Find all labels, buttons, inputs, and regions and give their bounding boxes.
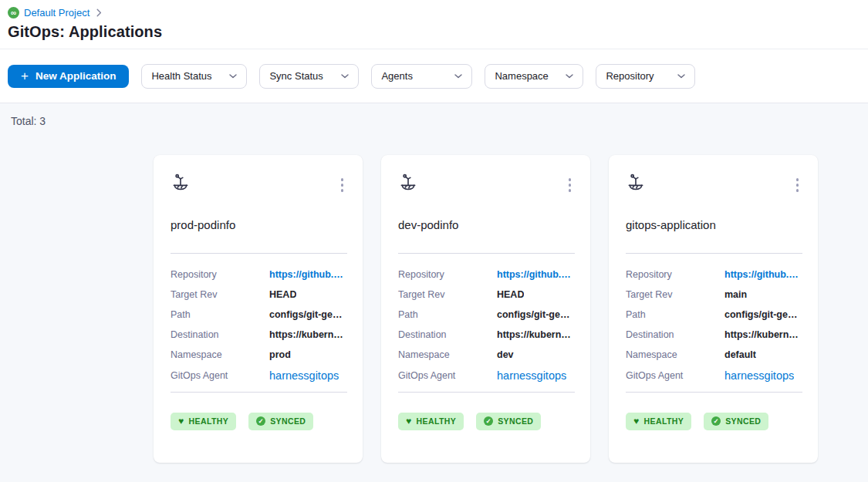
field-label: Target Rev: [171, 289, 269, 300]
field-label: Namespace: [626, 349, 724, 360]
field-label: Destination: [398, 329, 497, 340]
divider: [626, 392, 802, 393]
field-row-path: Path configs/git-generato...: [398, 305, 575, 325]
field-row-gitops-agent: GitOps Agent harnessgitops: [398, 365, 575, 386]
field-label: Namespace: [171, 349, 269, 360]
field-row-namespace: Namespace dev: [398, 345, 575, 365]
filter-agents[interactable]: Agents: [371, 64, 472, 89]
gitops-app-icon: [626, 172, 646, 192]
new-application-button[interactable]: + New Application: [8, 65, 129, 88]
filter-sync-status[interactable]: Sync Status: [259, 64, 359, 89]
check-circle-icon: ✓: [484, 416, 493, 426]
field-label: GitOps Agent: [626, 370, 724, 381]
field-row-repository: Repository https://github.com/d...: [626, 265, 802, 285]
filter-agents-label: Agents: [381, 70, 412, 82]
sync-badge: ✓ SYNCED: [704, 413, 768, 430]
chevron-down-icon: [229, 74, 237, 79]
field-value: HEAD: [497, 289, 524, 300]
application-card-gitops-application[interactable]: gitops-application Repository https://gi…: [609, 155, 818, 463]
gitops-agent-link[interactable]: harnessgitops: [497, 369, 566, 382]
repository-link[interactable]: https://github.com/d...: [497, 269, 575, 280]
project-icon: ∞: [8, 7, 19, 19]
field-row-repository: Repository https://github.com/d...: [398, 265, 575, 285]
field-row-target-rev: Target Rev HEAD: [398, 285, 575, 305]
field-row-gitops-agent: GitOps Agent harnessgitops: [626, 365, 802, 386]
page-title: GitOps: Applications: [8, 23, 856, 41]
filter-sync-status-label: Sync Status: [269, 70, 323, 82]
field-value: configs/git-generato...: [724, 309, 802, 320]
field-label: Target Rev: [398, 289, 497, 300]
health-badge-label: HEALTHY: [417, 416, 457, 426]
divider: [626, 253, 802, 254]
field-label: Destination: [626, 329, 724, 340]
heart-icon: ♥: [406, 416, 412, 426]
field-label: Path: [398, 309, 497, 320]
chevron-down-icon: [454, 74, 462, 79]
field-label: GitOps Agent: [398, 370, 497, 381]
check-circle-icon: ✓: [711, 416, 721, 426]
field-value: HEAD: [269, 289, 296, 300]
breadcrumb-project-link[interactable]: Default Project: [24, 7, 90, 19]
field-value: default: [724, 349, 756, 360]
gitops-app-icon: [398, 172, 418, 192]
app-name: dev-podinfo: [398, 218, 575, 231]
gitops-agent-link[interactable]: harnessgitops: [269, 369, 339, 382]
chevron-down-icon: [566, 74, 573, 79]
field-row-namespace: Namespace prod: [171, 345, 347, 365]
health-badge: ♥ HEALTHY: [171, 413, 236, 430]
health-badge-label: HEALTHY: [644, 416, 684, 426]
check-circle-icon: ✓: [256, 416, 265, 426]
plus-icon: +: [21, 69, 29, 83]
field-label: Path: [626, 309, 724, 320]
field-row-destination: Destination https://kubernetes.d...: [626, 325, 802, 345]
filter-repository[interactable]: Repository: [596, 64, 695, 89]
heart-icon: ♥: [178, 416, 184, 426]
kebab-menu-button[interactable]: [337, 174, 348, 196]
field-value: configs/git-generato...: [497, 309, 575, 320]
field-row-destination: Destination https://kubernetes.d...: [171, 325, 347, 345]
gitops-agent-link[interactable]: harnessgitops: [724, 369, 794, 382]
field-label: Repository: [398, 269, 497, 280]
gitops-app-icon: [171, 172, 191, 192]
field-label: Repository: [626, 269, 724, 280]
page-header: ∞ Default Project GitOps: Applications: [0, 0, 868, 49]
field-value: https://kubernetes.d...: [269, 329, 347, 340]
field-label: Repository: [171, 269, 269, 280]
field-row-gitops-agent: GitOps Agent harnessgitops: [171, 365, 347, 386]
field-row-target-rev: Target Rev HEAD: [171, 285, 347, 305]
health-badge-label: HEALTHY: [189, 416, 229, 426]
application-card-prod-podinfo[interactable]: prod-podinfo Repository https://github.c…: [154, 155, 363, 463]
health-badge: ♥ HEALTHY: [398, 413, 464, 430]
sync-badge: ✓ SYNCED: [248, 413, 313, 430]
sync-badge: ✓ SYNCED: [476, 413, 541, 430]
filter-health-status[interactable]: Health Status: [141, 64, 247, 89]
kebab-menu-button[interactable]: [792, 174, 803, 196]
kebab-menu-button[interactable]: [565, 174, 576, 196]
app-name: gitops-application: [626, 218, 802, 231]
field-label: Destination: [171, 329, 269, 340]
field-value: https://kubernetes.d...: [497, 329, 575, 340]
field-label: GitOps Agent: [171, 370, 269, 381]
breadcrumb: ∞ Default Project: [8, 7, 856, 19]
toolbar: + New Application Health Status Sync Sta…: [0, 49, 868, 103]
breadcrumb-chevron-icon: [96, 8, 102, 17]
field-row-path: Path configs/git-generato...: [626, 305, 802, 325]
field-value: main: [724, 289, 747, 300]
new-application-label: New Application: [35, 70, 117, 82]
field-label: Target Rev: [626, 289, 724, 300]
filter-namespace[interactable]: Namespace: [485, 64, 583, 89]
field-value: dev: [497, 349, 514, 360]
total-count: Total: 3: [11, 115, 868, 127]
application-card-dev-podinfo[interactable]: dev-podinfo Repository https://github.co…: [381, 155, 590, 463]
field-value: https://kubernetes.d...: [724, 329, 802, 340]
applications-grid: prod-podinfo Repository https://github.c…: [0, 155, 868, 463]
heart-icon: ♥: [633, 416, 640, 426]
field-row-namespace: Namespace default: [626, 345, 802, 365]
field-row-path: Path configs/git-generato...: [171, 305, 347, 325]
divider: [398, 253, 575, 254]
repository-link[interactable]: https://github.com/d...: [724, 269, 802, 280]
repository-link[interactable]: https://github.com/d...: [269, 269, 347, 280]
sync-badge-label: SYNCED: [498, 416, 533, 426]
field-label: Namespace: [398, 349, 497, 360]
chevron-down-icon: [341, 74, 349, 79]
